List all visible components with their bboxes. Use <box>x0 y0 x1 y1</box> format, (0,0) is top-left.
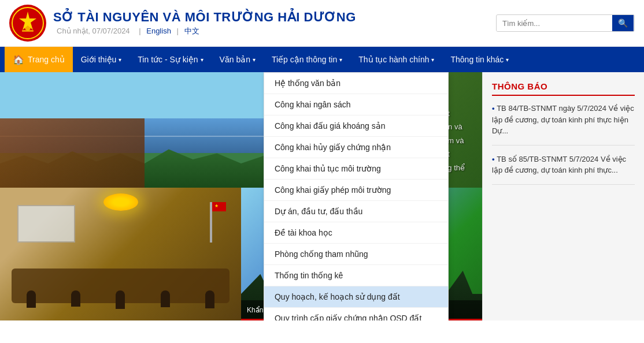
chandelier-element <box>103 193 138 211</box>
nav-tintuc-label: Tin tức - Sự kiện <box>138 55 198 64</box>
nav-thutuc[interactable]: Thủ tục hành chính ▾ <box>350 47 442 72</box>
header: SỞ TÀI NGUYÊN VÀ MÔI TRƯỜNG HẢI DƯƠNG Ch… <box>0 0 644 47</box>
logo <box>9 5 46 42</box>
chevron-down-icon-2: ▾ <box>201 57 203 63</box>
site-subtitle: Chủ nhật, 07/07/2024 | English | 中文 <box>53 26 356 36</box>
flag-red: ★ <box>212 202 226 211</box>
dropdown-item-11[interactable]: Quy trình cấp giấy chứng nhận QSD đất <box>264 308 448 320</box>
separator1: | <box>139 27 140 35</box>
date-text: Chủ nhật, 07/07/2024 <box>57 27 130 35</box>
presentation-screen <box>17 205 75 243</box>
nav-trangchu-label: Trang chủ <box>28 55 65 64</box>
dropdown-item-4[interactable]: Công khai thủ tục môi trường <box>264 158 448 180</box>
nav-thutuc-label: Thủ tục hành chính <box>358 55 429 64</box>
separator2: | <box>177 27 179 35</box>
dropdown-item-9[interactable]: Thống tin thống kê <box>264 265 448 286</box>
nav-thongtin-label: Thông tin khác <box>450 55 504 64</box>
tiepcan-dropdown: Hệ thống văn bản Công khai ngân sách Côn… <box>264 72 449 320</box>
search-input[interactable] <box>497 16 612 31</box>
search-button[interactable]: 🔍 <box>612 15 634 31</box>
chevron-down-icon-5: ▾ <box>431 57 434 63</box>
site-title-block: SỞ TÀI NGUYÊN VÀ MÔI TRƯỜNG HẢI DƯƠNG Ch… <box>53 10 356 36</box>
chevron-down-icon-3: ▾ <box>253 57 256 63</box>
nav-gioithieu-label: Giới thiệu <box>81 55 117 64</box>
chevron-down-icon-4: ▾ <box>339 57 342 63</box>
dropdown-item-5[interactable]: Công khai giấy phép môi trường <box>264 180 448 201</box>
left-dark <box>0 118 145 188</box>
svg-point-2 <box>25 25 31 31</box>
nav-vanban[interactable]: Văn bản ▾ <box>212 47 264 72</box>
thongbao-item-1: TB số 85/TB-STNMT 5/7/2024 Về việc lập đ… <box>492 154 635 185</box>
lang-chinese[interactable]: 中文 <box>184 27 199 35</box>
dropdown-item-8[interactable]: Phòng chống tham nhũng <box>264 244 448 265</box>
dropdown-item-0[interactable]: Hệ thống văn bản <box>264 73 448 94</box>
nav-vanban-label: Văn bản <box>220 55 250 64</box>
nav-thongtin[interactable]: Thông tin khác ▾ <box>442 47 517 72</box>
site-title: SỞ TÀI NGUYÊN VÀ MÔI TRƯỜNG HẢI DƯƠNG <box>53 10 356 25</box>
thongbao-text-0: TB 84/TB-STNMT ngày 5/7/2024 Về việc lập… <box>492 103 635 137</box>
dropdown-item-3[interactable]: Công khai hủy giấy chứng nhận <box>264 137 448 158</box>
thongbao-text-1: TB số 85/TB-STNMT 5/7/2024 Về việc lập đ… <box>492 154 635 176</box>
home-icon: 🏠 <box>13 54 24 65</box>
svg-rect-3 <box>22 30 34 32</box>
nav-tintuc[interactable]: Tin tức - Sự kiện ▾ <box>129 47 211 72</box>
nav-tiepcan[interactable]: Tiếp cận thông tin ▾ Hệ thống văn bản Cô… <box>264 47 350 72</box>
nav-gioithieu[interactable]: Giới thiệu ▾ <box>73 47 130 72</box>
thongbao-title: THÔNG BÁO <box>492 81 635 96</box>
dropdown-item-1[interactable]: Công khai ngân sách <box>264 94 448 115</box>
dropdown-item-10[interactable]: Quy hoạch, kế hoạch sử dụng đất <box>264 286 448 308</box>
nav-tiepcan-label: Tiếp cận thông tin <box>272 55 337 64</box>
dropdown-item-6[interactable]: Dự án, đầu tư, đấu thầu <box>264 201 448 222</box>
chevron-down-icon-6: ▾ <box>506 57 509 63</box>
navbar: 🏠 Trang chủ Giới thiệu ▾ Tin tức - Sự ki… <box>0 47 644 72</box>
right-sidebar: THÔNG BÁO TB 84/TB-STNMT ngày 5/7/2024 V… <box>482 72 644 320</box>
thongbao-item-0: TB 84/TB-STNMT ngày 5/7/2024 Về việc lập… <box>492 103 635 146</box>
people-silhouettes <box>9 290 232 309</box>
nav-trangchu[interactable]: 🏠 Trang chủ <box>5 47 73 72</box>
meeting-image: ★ <box>0 188 241 320</box>
emblem-icon <box>12 7 44 39</box>
logo-area: SỞ TÀI NGUYÊN VÀ MÔI TRƯỜNG HẢI DƯƠNG Ch… <box>9 5 496 42</box>
dropdown-item-2[interactable]: Công khai đấu giá khoáng sản <box>264 115 448 137</box>
dropdown-item-7[interactable]: Đề tài khoa học <box>264 222 448 244</box>
lang-english[interactable]: English <box>146 27 171 35</box>
chevron-down-icon: ▾ <box>119 57 121 63</box>
search-area: 🔍 <box>496 14 635 32</box>
flag-pole: ★ <box>210 202 212 243</box>
